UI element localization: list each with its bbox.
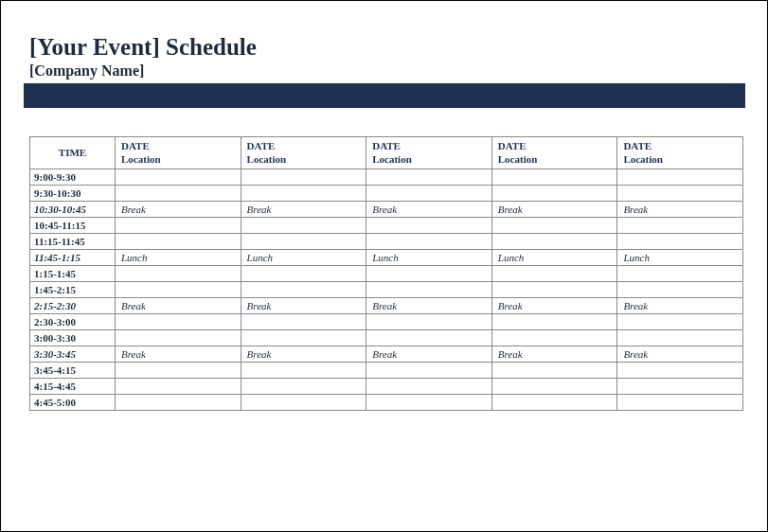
location-label: Location — [498, 153, 612, 167]
time-cell: 3:45-4:15 — [30, 362, 116, 378]
schedule-cell: Lunch — [241, 249, 366, 265]
schedule-cell — [491, 265, 617, 281]
table-row: 10:45-11:15 — [30, 217, 743, 233]
schedule-cell: Break — [116, 201, 241, 217]
time-cell: 11:15-11:45 — [30, 233, 116, 249]
schedule-cell — [241, 265, 366, 281]
time-cell: 3:00-3:30 — [30, 329, 116, 346]
schedule-cell — [617, 394, 743, 410]
table-row: 3:30-3:45BreakBreakBreakBreakBreak — [30, 346, 743, 362]
schedule-cell — [116, 329, 241, 346]
schedule-cell — [491, 313, 617, 329]
schedule-cell — [116, 394, 241, 410]
time-cell: 4:15-4:45 — [30, 378, 116, 394]
time-header: TIME — [30, 137, 116, 169]
schedule-cell — [241, 185, 366, 201]
column-header: DATE Location — [241, 137, 366, 169]
schedule-cell — [241, 313, 366, 329]
schedule-cell — [241, 362, 366, 378]
schedule-cell — [116, 233, 241, 249]
schedule-cell — [366, 394, 492, 410]
column-header: DATE Location — [366, 137, 492, 169]
schedule-cell — [617, 168, 743, 185]
column-header: DATE Location — [116, 137, 241, 169]
table-row: 9:00-9:30 — [30, 168, 743, 185]
time-cell: 1:15-1:45 — [30, 265, 116, 281]
schedule-cell — [116, 313, 241, 329]
schedule-cell: Break — [491, 201, 617, 217]
schedule-cell: Break — [116, 346, 241, 362]
time-cell: 11:45-1:15 — [30, 249, 116, 265]
schedule-cell — [491, 362, 617, 378]
date-label: DATE — [247, 140, 361, 153]
table-row: 2:15-2:30BreakBreakBreakBreakBreak — [30, 297, 743, 313]
time-cell: 3:30-3:45 — [30, 346, 116, 362]
page-subtitle: [Company Name] — [29, 62, 743, 80]
schedule-cell — [617, 217, 743, 233]
schedule-cell: Break — [491, 346, 617, 362]
schedule-cell: Break — [241, 346, 366, 362]
schedule-cell: Break — [116, 297, 241, 313]
table-row: 11:15-11:45 — [30, 233, 743, 249]
schedule-cell — [491, 168, 617, 185]
time-cell: 2:15-2:30 — [30, 297, 116, 313]
table-row: 9:30-10:30 — [30, 185, 743, 201]
schedule-cell: Break — [617, 297, 743, 313]
schedule-cell — [366, 378, 492, 394]
schedule-cell — [116, 378, 241, 394]
schedule-cell — [116, 185, 241, 201]
schedule-cell: Lunch — [366, 249, 492, 265]
schedule-cell — [491, 185, 617, 201]
table-header-row: TIME DATE Location DATE Location DATE Lo… — [30, 137, 743, 169]
location-label: Location — [247, 153, 361, 167]
schedule-cell: Break — [241, 201, 366, 217]
schedule-cell — [116, 217, 241, 233]
schedule-cell — [241, 281, 366, 297]
schedule-cell — [241, 394, 366, 410]
document-page: [Your Event] Schedule [Company Name] TIM… — [0, 0, 768, 532]
schedule-cell — [366, 233, 492, 249]
schedule-cell — [491, 329, 617, 346]
schedule-cell: Lunch — [116, 249, 241, 265]
schedule-cell — [241, 168, 366, 185]
schedule-cell: Break — [617, 346, 743, 362]
schedule-cell — [491, 281, 617, 297]
schedule-cell: Lunch — [617, 249, 743, 265]
time-cell: 2:30-3:00 — [30, 313, 116, 329]
table-row: 4:45-5:00 — [30, 394, 743, 410]
schedule-table: TIME DATE Location DATE Location DATE Lo… — [29, 136, 743, 411]
table-row: 3:45-4:15 — [30, 362, 743, 378]
schedule-cell — [617, 329, 743, 346]
time-cell: 10:45-11:15 — [30, 217, 116, 233]
schedule-cell — [617, 233, 743, 249]
schedule-cell — [491, 217, 617, 233]
schedule-cell — [366, 168, 492, 185]
time-cell: 1:45-2:15 — [30, 281, 116, 297]
schedule-cell: Break — [617, 201, 743, 217]
schedule-cell — [617, 281, 743, 297]
time-cell: 4:45-5:00 — [30, 394, 116, 410]
table-row: 1:15-1:45 — [30, 265, 743, 281]
date-label: DATE — [623, 140, 737, 153]
schedule-cell — [366, 313, 492, 329]
schedule-cell — [617, 265, 743, 281]
schedule-cell — [366, 185, 492, 201]
schedule-cell — [116, 168, 241, 185]
schedule-cell — [116, 362, 241, 378]
date-label: DATE — [372, 140, 486, 153]
page-title: [Your Event] Schedule — [29, 34, 743, 61]
table-row: 10:30-10:45BreakBreakBreakBreakBreak — [30, 201, 743, 217]
time-cell: 10:30-10:45 — [30, 201, 116, 217]
schedule-cell — [241, 378, 366, 394]
schedule-cell: Break — [366, 201, 492, 217]
schedule-cell — [116, 265, 241, 281]
schedule-cell — [116, 281, 241, 297]
time-cell: 9:30-10:30 — [30, 185, 116, 201]
schedule-cell — [366, 281, 492, 297]
schedule-cell — [241, 329, 366, 346]
location-label: Location — [372, 153, 486, 167]
schedule-cell — [241, 217, 366, 233]
column-header: DATE Location — [617, 137, 743, 169]
schedule-body: 9:00-9:309:30-10:3010:30-10:45BreakBreak… — [30, 168, 743, 410]
schedule-cell — [617, 378, 743, 394]
